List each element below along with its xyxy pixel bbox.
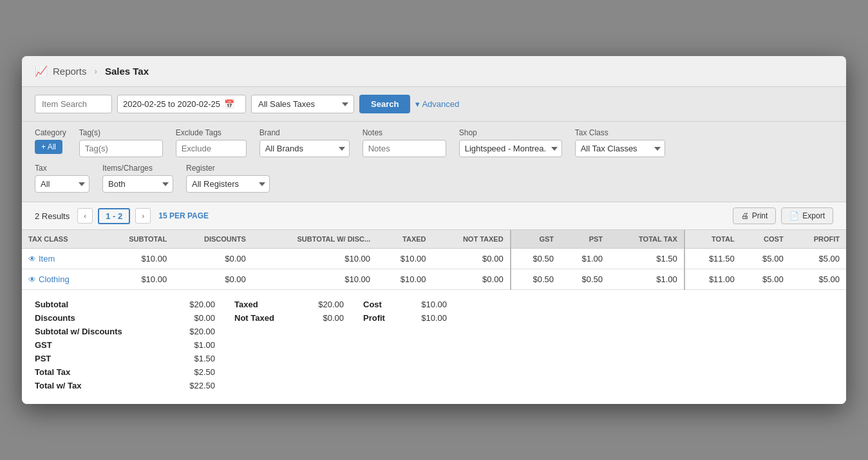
advanced-button[interactable]: ▾ Advanced	[415, 99, 459, 109]
brand-filter: Brand All Brands	[259, 128, 350, 157]
summary-discounts-value: $0.00	[164, 313, 215, 323]
register-filter: Register All Registers	[186, 164, 270, 193]
page-title: Sales Tax	[105, 66, 149, 77]
per-page-selector[interactable]: 15 PER PAGE	[158, 211, 209, 220]
filter-row-1: Category + All Tag(s) Exclude Tags Brand…	[35, 128, 833, 157]
date-range-field[interactable]: 2020-02-25 to 2020-02-25 📅	[117, 95, 246, 113]
table-row: 👁 Item $10.00 $0.00 $10.00 $10.00 $0.00 …	[22, 249, 846, 269]
cell-not-taxed-1: $0.00	[433, 249, 511, 269]
shop-select[interactable]: Lightspeed - Montrea...	[459, 140, 562, 157]
cell-cost-2: $5.00	[741, 269, 790, 290]
date-range-text: 2020-02-25 to 2020-02-25	[123, 99, 220, 109]
calendar-icon: 📅	[224, 99, 234, 109]
summary-subtotal-disc-row: Subtotal w/ Discounts $20.00	[35, 325, 833, 338]
export-icon: 📄	[789, 211, 799, 220]
summary-total-tax-row: Total Tax $2.50	[35, 365, 833, 379]
cell-discounts-1: $0.00	[173, 249, 252, 269]
summary-taxed-label: Taxed	[215, 300, 292, 309]
summary-subtotal-value: $20.00	[164, 300, 215, 309]
cell-subtotal-disc-1: $10.00	[252, 249, 377, 269]
summary-discounts-row: Discounts $0.00 Not Taxed $0.00 Profit $…	[35, 311, 833, 325]
cell-total-1: $11.50	[684, 249, 741, 269]
summary-pst-value: $1.50	[164, 354, 215, 363]
notes-label: Notes	[363, 128, 446, 137]
register-select[interactable]: All Registers	[186, 175, 270, 193]
breadcrumb: Reports	[53, 66, 87, 77]
tax-filter-group: Tax All	[35, 164, 90, 193]
summary-total-wtax-value: $22.50	[164, 381, 215, 390]
tags-input[interactable]	[79, 140, 163, 157]
summary-gst-row: GST $1.00	[35, 338, 833, 352]
summary-subtotal-disc-label: Subtotal w/ Discounts	[35, 327, 164, 336]
toolbar: 2020-02-25 to 2020-02-25 📅 All Sales Tax…	[22, 87, 846, 122]
cell-subtotal-disc-2: $10.00	[252, 269, 377, 290]
advanced-chevron-icon: ▾	[415, 99, 420, 109]
results-bar: 2 Results ‹ 1 - 2 › 15 PER PAGE 🖨 Print …	[22, 202, 846, 230]
filters-section: Category + All Tag(s) Exclude Tags Brand…	[22, 122, 846, 202]
cell-gst-1: $0.50	[511, 249, 560, 269]
print-button[interactable]: 🖨 Print	[733, 207, 777, 224]
table-header-row: TAX CLASS SUBTOTAL DISCOUNTS SUBTOTAL W/…	[22, 230, 846, 249]
summary-total-wtax-label: Total w/ Tax	[35, 381, 164, 390]
summary-pst-label: PST	[35, 354, 164, 363]
items-charges-label: Items/Charges	[102, 164, 173, 173]
category-filter: Category + All	[35, 128, 66, 154]
summary-not-taxed-label: Not Taxed	[215, 313, 292, 323]
category-all-button[interactable]: + All	[35, 140, 62, 154]
titlebar: 📈 Reports › Sales Tax	[22, 56, 846, 87]
cell-pst-2: $0.50	[560, 269, 609, 290]
register-label: Register	[186, 164, 270, 173]
item-search-input[interactable]	[35, 95, 112, 113]
pagination-next-button[interactable]: ›	[135, 208, 151, 224]
cell-tax-class-1: 👁 Item	[22, 249, 100, 269]
pagination-prev-button[interactable]: ‹	[77, 208, 93, 224]
item-link-1[interactable]: 👁 Item	[28, 254, 93, 264]
search-button[interactable]: Search	[359, 95, 410, 113]
export-button[interactable]: 📄 Export	[781, 207, 833, 224]
summary-subtotal-disc-value: $20.00	[164, 327, 215, 336]
exclude-tags-label: Exclude Tags	[176, 128, 247, 137]
tax-select[interactable]: All	[35, 175, 90, 193]
col-header-discounts: DISCOUNTS	[173, 230, 252, 249]
cell-taxed-2: $10.00	[377, 269, 432, 290]
summary-gst-label: GST	[35, 340, 164, 350]
summary-cost-value: $10.00	[395, 300, 447, 309]
tax-label: Tax	[35, 164, 90, 173]
shop-filter: Shop Lightspeed - Montrea...	[459, 128, 562, 157]
summary-discounts-label: Discounts	[35, 313, 164, 323]
print-icon: 🖨	[741, 211, 749, 220]
tax-filter-select[interactable]: All Sales Taxes	[251, 95, 354, 113]
main-window: 📈 Reports › Sales Tax 2020-02-25 to 2020…	[22, 56, 846, 404]
cell-profit-2: $5.00	[790, 269, 846, 290]
cell-not-taxed-2: $0.00	[433, 269, 511, 290]
summary-cost-label: Cost	[344, 300, 395, 309]
items-charges-filter: Items/Charges Both	[102, 164, 173, 193]
summary-subtotal-label: Subtotal	[35, 300, 164, 309]
col-header-taxed: TAXED	[377, 230, 432, 249]
summary-total-tax-value: $2.50	[164, 367, 215, 377]
clothing-link-2[interactable]: 👁 Clothing	[28, 274, 93, 284]
table-row: 👁 Clothing $10.00 $0.00 $10.00 $10.00 $0…	[22, 269, 846, 290]
tax-class-label: Tax Class	[575, 128, 665, 137]
tags-label: Tag(s)	[79, 128, 163, 137]
cell-subtotal-2: $10.00	[100, 269, 173, 290]
cell-taxed-1: $10.00	[377, 249, 432, 269]
notes-input[interactable]	[363, 140, 446, 157]
summary-taxed-value: $20.00	[292, 300, 344, 309]
shop-label: Shop	[459, 128, 562, 137]
reports-icon: 📈	[35, 65, 48, 77]
cell-tax-class-2: 👁 Clothing	[22, 269, 100, 290]
brand-select[interactable]: All Brands	[259, 140, 350, 157]
filter-row-2: Tax All Items/Charges Both Register All …	[35, 164, 833, 193]
tax-class-select[interactable]: All Tax Classes	[575, 140, 665, 157]
items-charges-select[interactable]: Both	[102, 175, 173, 193]
exclude-tags-input[interactable]	[176, 140, 247, 157]
summary-not-taxed-value: $0.00	[292, 313, 344, 323]
summary-subtotal-row: Subtotal $20.00 Taxed $20.00 Cost $10.00	[35, 298, 833, 311]
category-label: Category	[35, 128, 66, 137]
brand-label: Brand	[259, 128, 350, 137]
col-header-not-taxed: NOT TAXED	[433, 230, 511, 249]
col-header-cost: COST	[741, 230, 790, 249]
cell-subtotal-1: $10.00	[100, 249, 173, 269]
cell-total-tax-2: $1.00	[609, 269, 684, 290]
